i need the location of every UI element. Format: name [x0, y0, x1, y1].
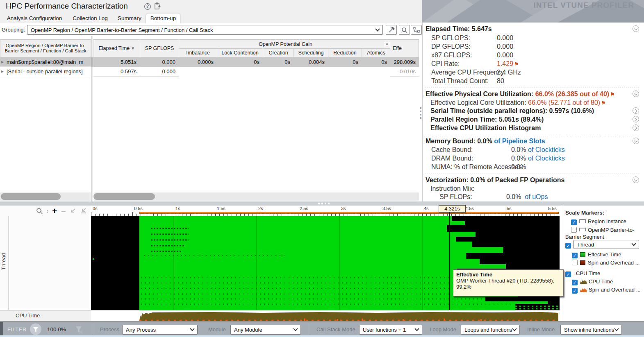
cpu-time-row-label[interactable]: CPU Time: [0, 310, 91, 321]
metric-label: SP GFLOPS:: [431, 34, 470, 42]
column-header-tree[interactable]: OpenMP Region / OpenMP Barrier-to-Barrie…: [0, 39, 91, 57]
cell-sp-gflops[interactable]: 0.000: [140, 57, 179, 67]
help-icon[interactable]: ?: [144, 3, 151, 10]
cpu-time-group-checkbox[interactable]: ✓: [565, 271, 571, 277]
column-header-scheduling[interactable]: Scheduling: [294, 48, 328, 57]
cpu-spin-checkbox[interactable]: ✓: [572, 288, 578, 294]
reset-zoom-icon[interactable]: [80, 208, 87, 214]
chevron-down-icon: [293, 326, 298, 331]
cell-imbalance[interactable]: 0.000s: [179, 57, 217, 67]
module-select[interactable]: Any Module: [230, 325, 301, 335]
thread-lane-header[interactable]: Thread: [0, 216, 9, 310]
pipeline-slots-link[interactable]: of Pipeline Slots: [494, 138, 545, 145]
timeline-ruler[interactable]: 0s0.5s1s1.5s2s2.5s3s3.5s4s4.5s5s5.5s: [91, 206, 560, 216]
clockticks-link[interactable]: of Clockticks: [528, 146, 565, 153]
customize-grouping-button[interactable]: [386, 25, 397, 35]
window-corner: [0, 322, 3, 337]
expand-section-icon[interactable]: [633, 107, 639, 114]
column-divider[interactable]: [91, 36, 91, 201]
serial-time-link[interactable]: Serial Time (outside parallel regions): …: [430, 107, 594, 115]
parallel-region-time-link[interactable]: Parallel Region Time: 5.051s (89.4%): [430, 116, 544, 123]
column-header-elapsed-time[interactable]: Elapsed Time ▼: [93, 39, 140, 57]
cell-lock-contention[interactable]: 0s: [217, 57, 263, 67]
zoom-in-button[interactable]: +: [52, 208, 57, 214]
column-header-reduction[interactable]: Reduction: [328, 48, 362, 57]
thread-checkbox[interactable]: ✓: [565, 243, 571, 249]
collapse-section-icon[interactable]: [633, 138, 639, 144]
zoom-out-button[interactable]: –: [61, 208, 66, 213]
collapse-columns-button[interactable]: «: [384, 41, 390, 47]
column-header-sp-gflops[interactable]: SP GFLOPS: [140, 39, 179, 57]
cpu-histogram-link[interactable]: Effective CPU Utilization Histogram: [430, 124, 541, 132]
column-header-lock-contention[interactable]: Lock Contention: [217, 48, 263, 57]
cell-creation[interactable]: [263, 67, 294, 67]
table-row[interactable]: ▶ main$omp$parallel:80@main_m 5.051s 0.0…: [0, 57, 419, 67]
row-expander-icon[interactable]: ▶: [1, 67, 4, 76]
row-name[interactable]: ▶ [Serial - outside parallel regions]: [0, 67, 91, 76]
collapse-section-icon[interactable]: [633, 25, 639, 32]
cell-atomics[interactable]: 0s: [362, 57, 391, 67]
grouping-select[interactable]: OpenMP Region / OpenMP Barrier-to-Barrie…: [27, 25, 383, 35]
spin-overhead-checkbox[interactable]: [572, 260, 578, 265]
tab-summary[interactable]: Summary: [116, 14, 143, 23]
metric-value: 0.000: [497, 52, 513, 59]
row-name[interactable]: ▶ main$omp$parallel:80@main_m: [0, 57, 91, 67]
grid-hscrollbar-thumb[interactable]: [93, 193, 155, 200]
copy-icon[interactable]: [155, 2, 161, 10]
cpu-time-checkbox[interactable]: ✓: [572, 280, 578, 285]
tree-hscrollbar-thumb[interactable]: [1, 193, 61, 200]
column-header-effective-partial[interactable]: Effe: [390, 39, 419, 57]
cell-reduction[interactable]: [328, 67, 362, 67]
tab-bottom-up[interactable]: Bottom-up: [146, 14, 180, 23]
cell-elapsed[interactable]: 0.597s: [93, 67, 140, 77]
module-label: Module: [208, 326, 226, 332]
tab-analysis-configuration[interactable]: Analysis Configuration: [6, 14, 63, 23]
cell-imbalance[interactable]: [179, 67, 217, 67]
cpu-time-chart[interactable]: [91, 310, 560, 321]
uops-link[interactable]: of uOps: [525, 193, 548, 200]
region-instance-marker-bar[interactable]: [139, 212, 559, 214]
horizontal-splitter[interactable]: [0, 201, 644, 206]
show-callers-button[interactable]: [411, 25, 422, 35]
cell-effective[interactable]: 0.010s: [390, 67, 419, 77]
tree-hscrollbar[interactable]: [0, 192, 91, 201]
collapse-section-icon[interactable]: [633, 90, 639, 97]
inline-mode-select[interactable]: Show inline functions: [560, 325, 622, 335]
effective-time-checkbox[interactable]: ✓: [572, 253, 578, 258]
cell-atomics[interactable]: [362, 67, 391, 67]
cell-lock-contention[interactable]: [217, 67, 263, 67]
zoom-to-selection-icon[interactable]: [70, 208, 76, 214]
call-stack-mode-select[interactable]: User functions + 1: [359, 325, 422, 335]
barrier-segment-checkbox[interactable]: [571, 227, 577, 233]
cell-effective[interactable]: 298.009s: [390, 57, 419, 67]
table-row[interactable]: ▶ [Serial - outside parallel regions] 0.…: [0, 67, 419, 76]
filter-funnel-icon[interactable]: [30, 323, 41, 335]
instruction-mix-label: Instruction Mix:: [430, 185, 475, 192]
collapse-section-icon[interactable]: [633, 176, 639, 183]
expand-section-icon[interactable]: [633, 116, 639, 122]
time-marker-box[interactable]: 4.321s: [439, 205, 466, 213]
tab-collection-log[interactable]: Collection Log: [71, 14, 110, 23]
vertical-splitter-handle[interactable]: [420, 107, 421, 120]
cell-scheduling[interactable]: 0.004s: [294, 57, 328, 67]
cell-reduction[interactable]: 0s: [328, 57, 362, 67]
column-group-openmp-potential-gain[interactable]: OpenMP Potential Gain «: [179, 39, 392, 49]
loop-mode-select[interactable]: Loops and functions: [461, 325, 520, 335]
column-header-atomics[interactable]: Atomics: [362, 48, 391, 57]
grid-hscrollbar[interactable]: [93, 192, 419, 201]
cell-scheduling[interactable]: [294, 67, 328, 67]
column-header-creation[interactable]: Creation: [263, 48, 294, 57]
process-select[interactable]: Any Process: [122, 325, 198, 335]
clear-filter-icon[interactable]: [74, 325, 84, 335]
thread-select[interactable]: Thread: [573, 240, 639, 249]
region-instance-checkbox[interactable]: ✓: [571, 219, 577, 225]
cell-sp-gflops[interactable]: 0.000: [140, 67, 179, 77]
cell-creation[interactable]: 0s: [263, 57, 294, 67]
search-button[interactable]: [399, 25, 410, 35]
clockticks-link[interactable]: of Clockticks: [528, 155, 565, 162]
ruler-major-tick: [132, 212, 133, 216]
expand-section-icon[interactable]: [633, 124, 639, 131]
row-expander-icon[interactable]: ▶: [1, 57, 4, 67]
column-header-imbalance[interactable]: Imbalance: [179, 48, 217, 57]
cell-elapsed[interactable]: 5.051s: [93, 57, 140, 67]
